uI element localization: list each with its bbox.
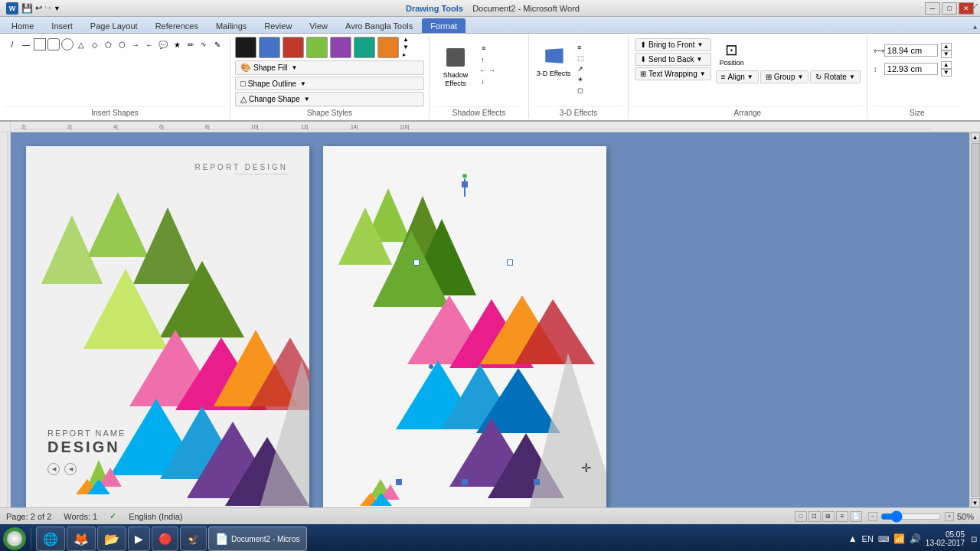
swatch-teal[interactable] xyxy=(354,37,375,58)
tab-home[interactable]: Home xyxy=(3,18,42,33)
text-wrapping-button[interactable]: ⊞ Text Wrapping ▼ xyxy=(635,67,711,80)
position-big-btn[interactable]: ⊡ Position xyxy=(716,38,748,69)
shape-curve[interactable]: ∿ xyxy=(198,38,210,51)
taskbar-media[interactable]: ▶ xyxy=(128,527,150,551)
shape-freeform[interactable]: ✏ xyxy=(185,38,197,51)
sel-handle-top-center[interactable] xyxy=(462,181,468,187)
close-button[interactable]: ✕ xyxy=(959,2,974,15)
taskbar-explorer[interactable]: 📂 xyxy=(97,527,126,551)
width-input[interactable] xyxy=(884,44,938,57)
shape-line[interactable]: — xyxy=(20,38,32,51)
swatch-green[interactable] xyxy=(306,37,328,58)
ribbon-collapse-btn[interactable]: ▴ xyxy=(973,22,977,33)
shape-outline-dropdown[interactable]: ▼ xyxy=(300,80,306,87)
tray-icon-1[interactable]: ▲ xyxy=(848,533,858,544)
align-button[interactable]: ≡ Align ▼ xyxy=(716,70,759,83)
tab-insert[interactable]: Insert xyxy=(43,18,81,33)
bring-to-front-dropdown[interactable]: ▼ xyxy=(697,41,704,48)
swatch-blue[interactable] xyxy=(259,37,280,58)
rotate-dropdown[interactable]: ▼ xyxy=(849,73,855,80)
shape-styles-expand[interactable]: ⤢ xyxy=(972,2,978,10)
rotate-button[interactable]: ↻ Rotate ▼ xyxy=(810,70,860,83)
shape-fill-dropdown[interactable]: ▼ xyxy=(291,64,297,71)
swatch-orange[interactable] xyxy=(377,37,399,58)
sel-handle-bottom-left[interactable] xyxy=(429,364,433,369)
swatch-more[interactable]: ▸ xyxy=(403,52,409,58)
save-btn[interactable]: 💾 xyxy=(21,3,33,14)
view-print-btn[interactable]: □ xyxy=(795,511,807,522)
3d-direction-btn[interactable]: ↗ xyxy=(575,64,586,73)
shape-fill-button[interactable]: 🎨 Shape Fill ▼ xyxy=(235,60,424,75)
dropdown-arrow[interactable]: ▼ xyxy=(54,5,60,12)
swatch-red[interactable] xyxy=(283,37,304,58)
group-button[interactable]: ⊞ Group ▼ xyxy=(760,70,809,83)
height-down[interactable]: ▼ xyxy=(941,69,952,77)
shape-ellipse[interactable] xyxy=(61,38,74,51)
taskbar-word[interactable]: 📄 Document2 - Micros... xyxy=(208,527,307,551)
shadow-effects-button[interactable]: Shadow Effects xyxy=(436,40,475,92)
shape-rounded-rect[interactable] xyxy=(47,38,60,51)
view-outline-btn[interactable]: ≡ xyxy=(836,511,848,522)
shape-edit[interactable]: ✎ xyxy=(211,38,224,51)
start-button[interactable] xyxy=(3,527,26,550)
3d-surface-btn[interactable]: ◻ xyxy=(575,86,586,95)
shape-pentagon[interactable]: ⬠ xyxy=(102,38,114,51)
send-to-back-dropdown[interactable]: ▼ xyxy=(696,56,702,63)
minimize-button[interactable]: ─ xyxy=(925,2,940,15)
change-shape-dropdown[interactable]: ▼ xyxy=(304,96,310,103)
scrollbar-vertical[interactable]: ▲ ▼ xyxy=(969,132,980,507)
sel-handle-left-mid[interactable] xyxy=(413,259,420,266)
shape-arrow-left[interactable]: ← xyxy=(143,38,155,51)
swatch-scroll-up[interactable]: ▲ xyxy=(403,37,409,43)
zoom-out-btn[interactable]: − xyxy=(868,512,877,521)
taskbar-firefox[interactable]: 🦊 xyxy=(67,527,96,551)
zoom-slider[interactable] xyxy=(880,510,942,523)
swatch-purple[interactable] xyxy=(330,37,351,58)
view-draft-btn[interactable]: 📄 xyxy=(850,511,862,522)
shape-rect[interactable] xyxy=(34,38,46,51)
shape-triangle[interactable]: △ xyxy=(75,38,87,51)
sel-handle-bottom-1[interactable] xyxy=(396,479,402,485)
tab-format[interactable]: Format xyxy=(422,18,466,33)
rotation-handle[interactable] xyxy=(462,173,468,179)
bring-to-front-button[interactable]: ⬆ Bring to Front ▼ xyxy=(635,38,711,51)
view-full-btn[interactable]: ⊡ xyxy=(808,511,821,522)
scroll-down-btn[interactable]: ▼ xyxy=(971,498,980,507)
change-shape-button[interactable]: △ Change Shape ▼ xyxy=(235,92,424,106)
shadow-nudge-left[interactable]: ← xyxy=(479,66,487,75)
tab-avro[interactable]: Avro Bangla Tools xyxy=(337,18,421,33)
height-input[interactable] xyxy=(884,63,938,75)
view-web-btn[interactable]: ⊞ xyxy=(822,511,835,522)
shape-star[interactable]: ★ xyxy=(171,38,183,51)
width-up[interactable]: ▲ xyxy=(941,43,952,51)
shape-diamond[interactable]: ◇ xyxy=(89,38,101,51)
3d-lighting-btn[interactable]: ☀ xyxy=(575,75,586,84)
shadow-nudge-down[interactable]: ↓ xyxy=(479,77,496,86)
tab-mailings[interactable]: Mailings xyxy=(207,18,255,33)
scroll-up-btn[interactable]: ▲ xyxy=(971,132,980,142)
tab-page-layout[interactable]: Page Layout xyxy=(82,18,146,33)
3d-depth-btn[interactable]: ⬚ xyxy=(575,54,586,63)
shape-callout[interactable]: 💬 xyxy=(157,38,169,51)
taskbar-ie[interactable]: 🌐 xyxy=(36,527,65,551)
width-down[interactable]: ▼ xyxy=(941,51,952,58)
send-to-back-button[interactable]: ⬇ Send to Back ▼ xyxy=(635,53,711,66)
sel-handle-bottom-center[interactable] xyxy=(462,479,468,485)
page-2[interactable]: ✛ xyxy=(323,146,606,507)
swatch-scroll-down[interactable]: ▼ xyxy=(403,44,409,51)
undo-btn[interactable]: ↩ xyxy=(35,3,42,13)
taskbar-app2[interactable]: 🦅 xyxy=(180,527,207,551)
text-wrapping-dropdown[interactable]: ▼ xyxy=(700,70,706,77)
redo-btn[interactable]: ↪ xyxy=(44,3,51,13)
sel-handle-bottom-right[interactable] xyxy=(534,479,540,485)
scroll-thumb[interactable] xyxy=(971,143,980,497)
group-dropdown[interactable]: ▼ xyxy=(797,73,803,80)
3d-effects-button[interactable]: 3-D Effects xyxy=(535,40,572,80)
tab-review[interactable]: Review xyxy=(256,18,300,33)
shape-hexagon[interactable]: ⬡ xyxy=(116,38,128,51)
align-dropdown[interactable]: ▼ xyxy=(747,73,753,80)
maximize-button[interactable]: □ xyxy=(942,2,957,15)
taskbar-app1[interactable]: 🔴 xyxy=(152,527,178,551)
shape-outline-button[interactable]: □ Shape Outline ▼ xyxy=(235,77,424,90)
sel-handle-right-mid[interactable] xyxy=(507,259,513,266)
